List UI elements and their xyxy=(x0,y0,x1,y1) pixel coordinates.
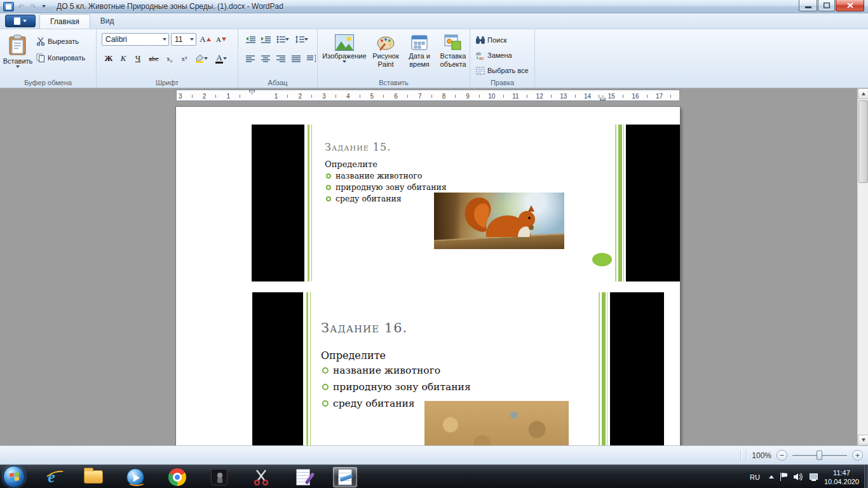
bold-button[interactable]: Ж xyxy=(102,52,116,65)
zoom-out-button[interactable]: − xyxy=(776,450,787,461)
hidden-icons-chevron-icon[interactable] xyxy=(769,475,774,478)
scroll-up-button[interactable] xyxy=(858,88,868,99)
font-color-icon: А xyxy=(216,54,222,62)
strikethrough-button[interactable]: abc xyxy=(146,52,162,65)
ribbon-tab-row: Главная Вид xyxy=(0,13,868,29)
windows-logo-icon xyxy=(10,472,19,482)
window-controls xyxy=(798,0,864,11)
language-indicator[interactable]: RU xyxy=(747,472,763,482)
date-time-button[interactable]: Дата ивремя xyxy=(403,31,436,69)
scissors-icon xyxy=(253,469,269,485)
undo-icon[interactable]: ↶ xyxy=(16,1,26,11)
show-desktop-button[interactable] xyxy=(864,465,868,488)
justify-button[interactable] xyxy=(289,52,303,65)
font-size-combo[interactable]: 11 xyxy=(171,33,196,46)
taskbar-wordpad-active[interactable] xyxy=(333,467,357,487)
start-button[interactable] xyxy=(3,466,25,487)
action-center-flag-icon[interactable] xyxy=(780,473,787,481)
select-all-icon xyxy=(476,67,485,75)
highlight-color-button[interactable] xyxy=(192,52,211,65)
scrollbar-thumb[interactable] xyxy=(858,100,868,183)
cut-button[interactable]: Вырезать xyxy=(34,34,87,48)
tab-home[interactable]: Главная xyxy=(39,14,90,29)
tab-view[interactable]: Вид xyxy=(90,14,125,29)
paragraph-dialog-button[interactable] xyxy=(304,52,318,65)
vertical-scrollbar[interactable] xyxy=(857,88,868,445)
chevron-down-icon xyxy=(204,57,208,60)
bullet-icon xyxy=(326,173,331,179)
insert-object-button[interactable]: Вставкаобъекта xyxy=(436,31,470,69)
align-right-button[interactable] xyxy=(274,52,288,65)
list-button[interactable] xyxy=(274,33,292,46)
insert-image-button[interactable]: Изображение xyxy=(320,31,369,69)
zoom-in-button[interactable]: + xyxy=(852,450,863,461)
ruler-number: 2 xyxy=(288,93,312,100)
copy-button[interactable]: Копировать xyxy=(34,51,87,65)
volume-icon[interactable] xyxy=(794,473,803,481)
slide-intro: Определите xyxy=(321,349,386,362)
chevron-down-icon xyxy=(304,38,308,41)
status-bar: 100% − + xyxy=(0,445,868,464)
paint-drawing-button[interactable]: РисунокPaint xyxy=(369,31,403,69)
network-icon[interactable] xyxy=(810,473,818,481)
decrease-indent-button[interactable] xyxy=(243,33,257,46)
list-item: природную зону обитания xyxy=(326,182,447,192)
slide-task-16[interactable]: Задание 16. Определите название животног… xyxy=(252,292,664,445)
taskbar-journal[interactable] xyxy=(291,467,315,487)
italic-button[interactable]: К xyxy=(116,52,130,65)
redo-icon[interactable]: ↷ xyxy=(28,1,38,11)
font-family-combo[interactable]: Calibri xyxy=(102,33,169,46)
paste-button[interactable]: Вставить xyxy=(4,31,32,76)
customize-qat-button[interactable] xyxy=(40,1,48,11)
shrink-font-button[interactable]: А xyxy=(214,33,228,46)
grow-font-button[interactable]: А xyxy=(198,33,212,46)
subscript-button[interactable]: x₂ xyxy=(163,52,177,65)
group-label-paragraph: Абзац xyxy=(238,79,317,86)
underline-button[interactable]: Ч xyxy=(131,52,145,65)
taskbar-dark-app[interactable] xyxy=(207,467,231,487)
zoom-level: 100% xyxy=(752,451,771,460)
align-center-button[interactable] xyxy=(259,52,273,65)
line-spacing-button[interactable] xyxy=(293,33,311,46)
mole-photo[interactable] xyxy=(424,401,569,445)
green-ellipse-shape[interactable] xyxy=(592,253,612,266)
maximize-button[interactable] xyxy=(818,0,835,11)
bullet-text: название животного xyxy=(333,365,440,376)
taskbar-snipping-tool[interactable] xyxy=(249,467,273,487)
zoom-slider[interactable] xyxy=(792,450,847,461)
slide-green-line xyxy=(306,292,308,445)
find-button[interactable]: Поиск xyxy=(474,33,531,47)
increase-indent-button[interactable] xyxy=(259,33,273,46)
taskbar-media-player[interactable] xyxy=(123,467,147,487)
document-page[interactable]: Задание 15. Определите название животног… xyxy=(176,107,680,445)
paste-label: Вставить xyxy=(3,57,33,65)
titlebar[interactable]: ↶ ↷ ДО 5 кл. Животные Природные зоны Сре… xyxy=(0,0,868,13)
taskbar-clock[interactable]: 11:47 10.04.2020 xyxy=(824,468,865,486)
align-left-button[interactable] xyxy=(243,52,257,65)
bullet-icon xyxy=(322,367,329,374)
ruler-number: 6 xyxy=(384,93,408,100)
font-color-button[interactable]: А xyxy=(212,52,231,65)
zoom-slider-thumb[interactable] xyxy=(817,451,822,460)
strikethrough-icon: abc xyxy=(149,55,158,62)
slide-task-15[interactable]: Задание 15. Определите название животног… xyxy=(252,125,680,281)
slide-right-black-bar xyxy=(626,125,680,281)
font-color-swatch xyxy=(215,62,223,64)
calendar-icon xyxy=(411,34,428,51)
select-all-button[interactable]: Выбрать все xyxy=(474,64,531,78)
taskbar-internet-explorer[interactable]: e xyxy=(39,467,64,487)
svg-text:ac: ac xyxy=(479,56,484,60)
superscript-button[interactable]: x² xyxy=(177,52,191,65)
wordpad-app-icon[interactable] xyxy=(3,2,14,11)
close-button[interactable] xyxy=(836,0,864,11)
taskbar-chrome[interactable] xyxy=(165,467,189,487)
bulleted-list-icon xyxy=(276,36,285,43)
minimize-button[interactable] xyxy=(799,0,817,11)
ruler-number: 16 xyxy=(623,93,648,100)
scroll-down-button[interactable] xyxy=(858,435,868,445)
taskbar-file-explorer[interactable] xyxy=(81,467,105,487)
replace-button[interactable]: ab ac Замена xyxy=(474,48,531,62)
align-left-icon xyxy=(246,55,255,62)
squirrel-photo[interactable] xyxy=(434,193,564,249)
wordpad-menu-button[interactable] xyxy=(5,15,36,27)
